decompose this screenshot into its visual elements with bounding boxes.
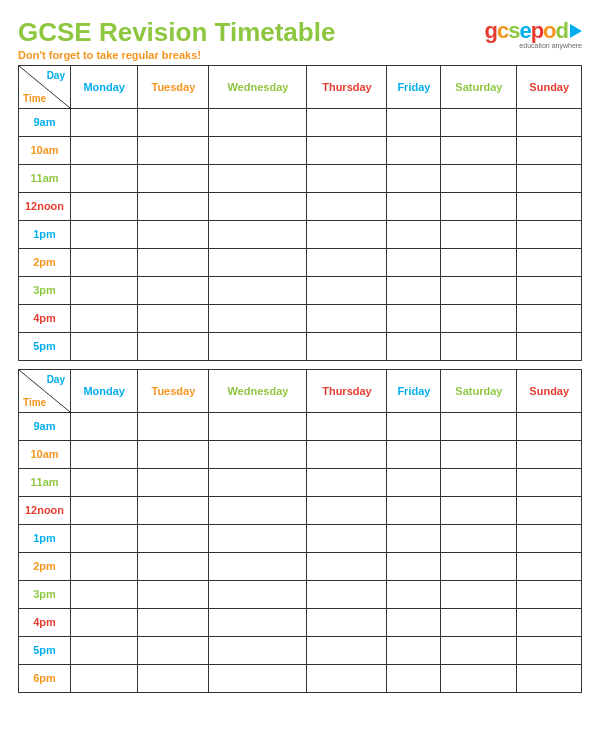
cell-tue-1pm-t2[interactable] bbox=[138, 524, 209, 552]
cell-fri-1pm-t2[interactable] bbox=[387, 524, 441, 552]
cell-sat-1pm-t2[interactable] bbox=[441, 524, 517, 552]
cell-sun-10am-t2[interactable] bbox=[517, 440, 582, 468]
cell-tue-3pm-t1[interactable] bbox=[138, 276, 209, 304]
cell-sun-9am-t2[interactable] bbox=[517, 412, 582, 440]
cell-fri-2pm-t2[interactable] bbox=[387, 552, 441, 580]
cell-thu-2pm-t1[interactable] bbox=[307, 248, 387, 276]
cell-wed-2pm-t2[interactable] bbox=[209, 552, 307, 580]
cell-sat-9am-t1[interactable] bbox=[441, 108, 517, 136]
cell-sat-10am-t2[interactable] bbox=[441, 440, 517, 468]
cell-sat-11am-t1[interactable] bbox=[441, 164, 517, 192]
cell-fri-5pm-t2[interactable] bbox=[387, 636, 441, 664]
cell-tue-1pm-t1[interactable] bbox=[138, 220, 209, 248]
cell-sun-12noon-t2[interactable] bbox=[517, 496, 582, 524]
cell-sun-5pm-t2[interactable] bbox=[517, 636, 582, 664]
cell-sun-9am-t1[interactable] bbox=[517, 108, 582, 136]
cell-fri-11am-t1[interactable] bbox=[387, 164, 441, 192]
cell-mon-10am-t2[interactable] bbox=[71, 440, 138, 468]
cell-sun-5pm-t1[interactable] bbox=[517, 332, 582, 360]
cell-sun-2pm-t1[interactable] bbox=[517, 248, 582, 276]
cell-fri-3pm-t1[interactable] bbox=[387, 276, 441, 304]
cell-tue-9am-t1[interactable] bbox=[138, 108, 209, 136]
cell-wed-12noon-t1[interactable] bbox=[209, 192, 307, 220]
cell-thu-9am-t2[interactable] bbox=[307, 412, 387, 440]
cell-mon-11am-t1[interactable] bbox=[71, 164, 138, 192]
cell-tue-6pm-t2[interactable] bbox=[138, 664, 209, 692]
cell-tue-10am-t1[interactable] bbox=[138, 136, 209, 164]
cell-thu-10am-t2[interactable] bbox=[307, 440, 387, 468]
cell-thu-6pm-t2[interactable] bbox=[307, 664, 387, 692]
cell-thu-4pm-t1[interactable] bbox=[307, 304, 387, 332]
cell-fri-5pm-t1[interactable] bbox=[387, 332, 441, 360]
cell-wed-1pm-t1[interactable] bbox=[209, 220, 307, 248]
cell-wed-5pm-t1[interactable] bbox=[209, 332, 307, 360]
cell-sat-12noon-t1[interactable] bbox=[441, 192, 517, 220]
cell-fri-9am-t1[interactable] bbox=[387, 108, 441, 136]
cell-wed-3pm-t2[interactable] bbox=[209, 580, 307, 608]
cell-thu-5pm-t1[interactable] bbox=[307, 332, 387, 360]
cell-sat-12noon-t2[interactable] bbox=[441, 496, 517, 524]
cell-wed-10am-t1[interactable] bbox=[209, 136, 307, 164]
cell-sun-6pm-t2[interactable] bbox=[517, 664, 582, 692]
cell-thu-3pm-t1[interactable] bbox=[307, 276, 387, 304]
cell-sun-12noon-t1[interactable] bbox=[517, 192, 582, 220]
cell-thu-11am-t1[interactable] bbox=[307, 164, 387, 192]
cell-fri-6pm-t2[interactable] bbox=[387, 664, 441, 692]
cell-mon-1pm-t2[interactable] bbox=[71, 524, 138, 552]
cell-wed-1pm-t2[interactable] bbox=[209, 524, 307, 552]
cell-mon-12noon-t2[interactable] bbox=[71, 496, 138, 524]
cell-thu-2pm-t2[interactable] bbox=[307, 552, 387, 580]
cell-sun-4pm-t1[interactable] bbox=[517, 304, 582, 332]
cell-sun-3pm-t2[interactable] bbox=[517, 580, 582, 608]
cell-wed-4pm-t2[interactable] bbox=[209, 608, 307, 636]
cell-sat-2pm-t1[interactable] bbox=[441, 248, 517, 276]
cell-wed-5pm-t2[interactable] bbox=[209, 636, 307, 664]
cell-sat-6pm-t2[interactable] bbox=[441, 664, 517, 692]
cell-sat-4pm-t2[interactable] bbox=[441, 608, 517, 636]
cell-wed-11am-t1[interactable] bbox=[209, 164, 307, 192]
cell-tue-2pm-t2[interactable] bbox=[138, 552, 209, 580]
cell-fri-12noon-t2[interactable] bbox=[387, 496, 441, 524]
cell-mon-1pm-t1[interactable] bbox=[71, 220, 138, 248]
cell-mon-4pm-t1[interactable] bbox=[71, 304, 138, 332]
cell-sun-2pm-t2[interactable] bbox=[517, 552, 582, 580]
cell-fri-9am-t2[interactable] bbox=[387, 412, 441, 440]
cell-fri-11am-t2[interactable] bbox=[387, 468, 441, 496]
cell-sun-11am-t1[interactable] bbox=[517, 164, 582, 192]
cell-fri-2pm-t1[interactable] bbox=[387, 248, 441, 276]
cell-tue-2pm-t1[interactable] bbox=[138, 248, 209, 276]
cell-sat-1pm-t1[interactable] bbox=[441, 220, 517, 248]
cell-wed-11am-t2[interactable] bbox=[209, 468, 307, 496]
cell-sat-5pm-t1[interactable] bbox=[441, 332, 517, 360]
cell-tue-10am-t2[interactable] bbox=[138, 440, 209, 468]
cell-thu-1pm-t1[interactable] bbox=[307, 220, 387, 248]
cell-mon-9am-t1[interactable] bbox=[71, 108, 138, 136]
cell-wed-6pm-t2[interactable] bbox=[209, 664, 307, 692]
cell-sun-1pm-t2[interactable] bbox=[517, 524, 582, 552]
cell-wed-10am-t2[interactable] bbox=[209, 440, 307, 468]
cell-thu-1pm-t2[interactable] bbox=[307, 524, 387, 552]
cell-thu-5pm-t2[interactable] bbox=[307, 636, 387, 664]
cell-sat-3pm-t1[interactable] bbox=[441, 276, 517, 304]
cell-fri-4pm-t1[interactable] bbox=[387, 304, 441, 332]
cell-sat-9am-t2[interactable] bbox=[441, 412, 517, 440]
cell-tue-5pm-t1[interactable] bbox=[138, 332, 209, 360]
cell-tue-9am-t2[interactable] bbox=[138, 412, 209, 440]
cell-fri-10am-t2[interactable] bbox=[387, 440, 441, 468]
cell-tue-11am-t1[interactable] bbox=[138, 164, 209, 192]
cell-sun-3pm-t1[interactable] bbox=[517, 276, 582, 304]
cell-fri-4pm-t2[interactable] bbox=[387, 608, 441, 636]
cell-wed-2pm-t1[interactable] bbox=[209, 248, 307, 276]
cell-mon-6pm-t2[interactable] bbox=[71, 664, 138, 692]
cell-sat-4pm-t1[interactable] bbox=[441, 304, 517, 332]
cell-wed-9am-t2[interactable] bbox=[209, 412, 307, 440]
cell-wed-9am-t1[interactable] bbox=[209, 108, 307, 136]
cell-sat-5pm-t2[interactable] bbox=[441, 636, 517, 664]
cell-thu-9am-t1[interactable] bbox=[307, 108, 387, 136]
cell-tue-3pm-t2[interactable] bbox=[138, 580, 209, 608]
cell-sat-10am-t1[interactable] bbox=[441, 136, 517, 164]
cell-sat-3pm-t2[interactable] bbox=[441, 580, 517, 608]
cell-wed-3pm-t1[interactable] bbox=[209, 276, 307, 304]
cell-mon-10am-t1[interactable] bbox=[71, 136, 138, 164]
cell-fri-1pm-t1[interactable] bbox=[387, 220, 441, 248]
